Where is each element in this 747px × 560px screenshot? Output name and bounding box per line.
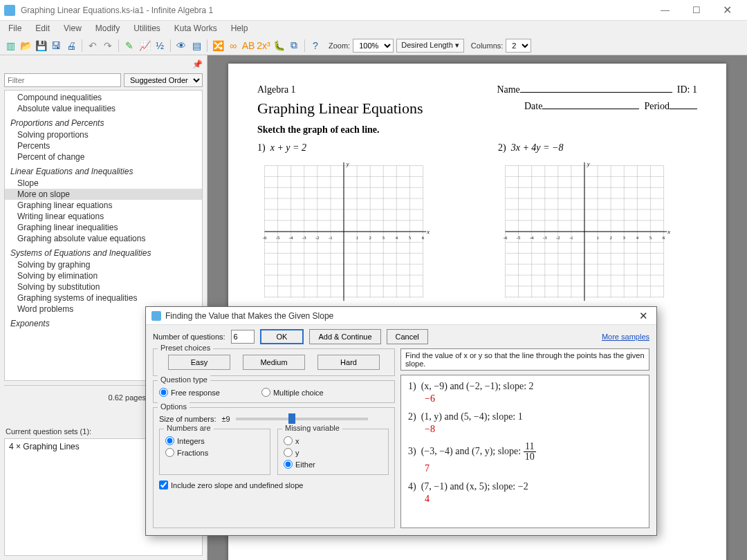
missing-either[interactable]: Either — [284, 460, 382, 469]
desired-length-dropdown[interactable]: Desired Length ▾ — [396, 39, 464, 53]
menu-modify[interactable]: Modify — [90, 22, 125, 35]
preset-easy-button[interactable]: Easy — [168, 355, 230, 370]
filter-input[interactable] — [4, 73, 121, 87]
dialog-icon — [151, 311, 161, 321]
graph-grid: -6-5-4-3-2-1123456xy — [257, 159, 430, 304]
id-label: ID: 1 — [677, 84, 697, 95]
cancel-button[interactable]: Cancel — [387, 329, 428, 344]
instruction: Sketch the graph of each line. — [257, 124, 697, 136]
maximize-button[interactable]: ☐ — [681, 0, 712, 21]
close-button[interactable]: ✕ — [712, 0, 743, 21]
sample-answer: 4 — [425, 494, 642, 505]
topic-item[interactable]: Graphing linear equations — [5, 200, 202, 211]
topic-item[interactable]: Slope — [5, 178, 202, 189]
copy-icon[interactable]: ⧉ — [288, 39, 300, 52]
infinity-icon[interactable]: ∞ — [227, 39, 239, 52]
qtype-multiple-choice[interactable]: Multiple choice — [261, 388, 324, 397]
name-label: Name — [497, 84, 519, 95]
missing-y[interactable]: y — [284, 448, 382, 457]
new-icon[interactable]: ▥ — [4, 39, 17, 52]
help-icon[interactable]: ? — [309, 39, 322, 52]
topic-item[interactable]: Solving proportions — [5, 129, 202, 140]
sample-question: 3) (−3, −4) and (7, y); slope: 1110 — [408, 442, 642, 462]
missing-x[interactable]: x — [284, 436, 382, 445]
preset-medium-button[interactable]: Medium — [243, 355, 305, 370]
numbers-fractions[interactable]: Fractions — [165, 448, 264, 457]
saveall-icon[interactable]: 🖫 — [50, 39, 62, 52]
numbers-integers[interactable]: Integers — [165, 436, 264, 445]
preset-hard-button[interactable]: Hard — [317, 355, 380, 370]
menu-help[interactable]: Help — [225, 22, 254, 35]
size-label: Size of numbers: — [159, 415, 216, 423]
sample-question: 1) (x, −9) and (−2, −1); slope: 2 — [408, 381, 642, 392]
svg-text:-4: -4 — [289, 235, 293, 240]
topic-item[interactable]: Percent of change — [5, 151, 202, 162]
svg-text:-2: -2 — [556, 235, 560, 240]
topic-item[interactable]: Solving by graphing — [5, 259, 202, 270]
check-icon[interactable]: ✎ — [123, 39, 136, 52]
topic-category: Proportions and Percents — [5, 114, 202, 129]
size-slider[interactable] — [236, 418, 368, 420]
include-zero-slope-checkbox[interactable]: Include zero slope and undefined slope — [159, 480, 389, 489]
menu-utilities[interactable]: Utilities — [128, 22, 166, 35]
order-select[interactable]: Suggested Order — [124, 73, 203, 87]
page-icon[interactable]: ▤ — [190, 39, 203, 52]
dialog-close-button[interactable]: ✕ — [636, 310, 651, 322]
menu-edit[interactable]: Edit — [30, 22, 55, 35]
topic-item[interactable]: Percents — [5, 140, 202, 151]
topic-item[interactable]: Compound inequalities — [5, 92, 202, 103]
regen-icon[interactable]: 🐛 — [273, 39, 285, 52]
preset-choices-group: Preset choices Easy Medium Hard — [153, 348, 395, 376]
missing-variable-group: Missing variable x y Either — [277, 429, 389, 475]
ok-button[interactable]: OK — [260, 329, 304, 344]
twox-icon[interactable]: 2x³ — [257, 39, 270, 52]
svg-text:x: x — [667, 228, 670, 235]
menu-kutaworks[interactable]: Kuta Works — [169, 22, 223, 35]
undo-icon[interactable]: ↶ — [86, 39, 99, 52]
topic-item[interactable]: Absolute value inequalities — [5, 103, 202, 114]
num-questions-input[interactable] — [231, 330, 255, 344]
svg-text:2: 2 — [610, 235, 612, 240]
topic-item[interactable]: Graphing systems of inequalities — [5, 292, 202, 304]
topic-item[interactable]: Solving by elimination — [5, 270, 202, 281]
eye-icon[interactable]: 👁 — [175, 39, 187, 52]
abcd-icon[interactable]: AB — [242, 39, 255, 52]
columns-label: Columns: — [471, 41, 503, 50]
topic-item[interactable]: Graphing absolute value equations — [5, 233, 202, 244]
more-samples-link[interactable]: More samples — [602, 333, 649, 341]
open-icon[interactable]: 📂 — [19, 39, 32, 52]
topic-item[interactable]: Writing linear equations — [5, 211, 202, 222]
pages-label: 0.62 pages — [109, 393, 146, 402]
minimize-button[interactable]: — — [649, 0, 681, 21]
question-dialog: Finding the Value that Makes the Given S… — [145, 306, 657, 536]
window-titlebar: Graphing Linear Equations.ks-ia1 - Infin… — [0, 0, 747, 21]
number-icon[interactable]: ½ — [154, 39, 166, 52]
sample-answer: −8 — [425, 424, 642, 435]
columns-select[interactable]: 2 — [506, 39, 531, 53]
topic-category: Systems of Equations and Inequalities — [5, 244, 202, 259]
shuffle-icon[interactable]: 🔀 — [212, 39, 224, 52]
size-value: ±9 — [222, 415, 230, 423]
redo-icon[interactable]: ↷ — [102, 39, 114, 52]
numbers-are-group: Numbers are Integers Fractions — [159, 429, 270, 475]
svg-text:y: y — [587, 160, 590, 167]
svg-text:3: 3 — [382, 235, 385, 240]
menu-file[interactable]: File — [3, 22, 27, 35]
options-group: Options Size of numbers: ±9 Numbers are … — [153, 407, 395, 528]
topic-item[interactable]: Graphing linear inequalities — [5, 222, 202, 233]
zoom-select[interactable]: 100% — [353, 39, 394, 53]
graph-icon[interactable]: 📈 — [138, 39, 151, 52]
topic-item[interactable]: More on slope — [5, 189, 202, 200]
sample-answer: −6 — [425, 393, 642, 404]
problem-2: 2) 3x + 4y = −8 -6-5-4-3-2-1123456xy — [498, 142, 697, 304]
question-description: Find the value of x or y so that the lin… — [400, 348, 649, 371]
print-icon[interactable]: 🖨 — [65, 39, 77, 52]
topic-item[interactable]: Solving by substitution — [5, 281, 202, 292]
menu-view[interactable]: View — [58, 22, 87, 35]
graph-grid: -6-5-4-3-2-1123456xy — [498, 159, 671, 304]
qtype-free-response[interactable]: Free response — [159, 388, 220, 397]
pin-icon[interactable]: 📌 — [192, 59, 203, 69]
save-icon[interactable]: 💾 — [35, 39, 47, 52]
add-continue-button[interactable]: Add & Continue — [309, 329, 380, 344]
dialog-title: Finding the Value that Makes the Given S… — [165, 311, 636, 321]
